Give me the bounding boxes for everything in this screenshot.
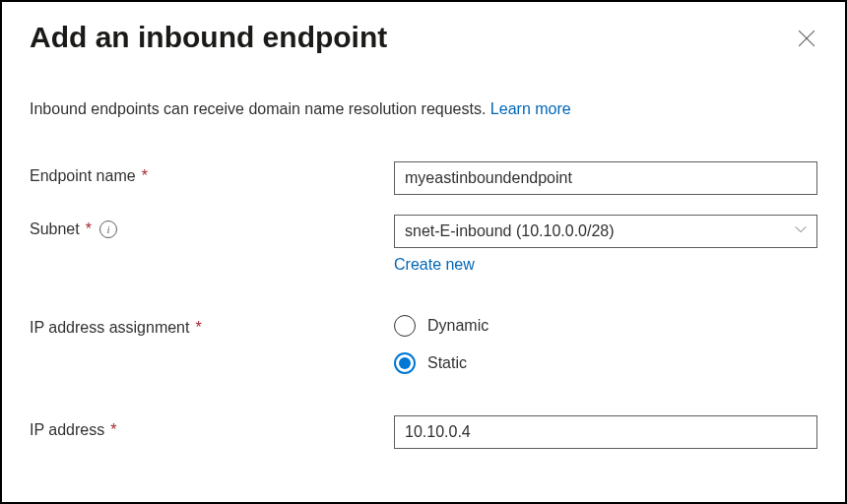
endpoint-name-label-text: Endpoint name — [30, 167, 136, 185]
subnet-selected-value: snet-E-inbound (10.10.0.0/28) — [405, 222, 615, 239]
ip-address-input[interactable] — [394, 415, 817, 449]
subnet-label: Subnet * i — [30, 215, 394, 238]
ip-address-control — [394, 415, 817, 449]
ip-assignment-label: IP address assignment * — [30, 313, 394, 337]
required-asterisk: * — [195, 319, 201, 337]
row-ip-address: IP address * — [30, 415, 817, 449]
endpoint-name-input[interactable] — [394, 161, 817, 195]
subnet-dropdown[interactable]: snet-E-inbound (10.10.0.0/28) — [394, 215, 817, 248]
panel-description: Inbound endpoints can receive domain nam… — [30, 100, 817, 118]
radio-dynamic-label: Dynamic — [427, 317, 489, 335]
radio-static[interactable]: Static — [394, 352, 817, 374]
required-asterisk: * — [86, 220, 92, 238]
learn-more-link[interactable]: Learn more — [490, 100, 571, 117]
panel-title: Add an inbound endpoint — [30, 20, 387, 55]
subnet-control: snet-E-inbound (10.10.0.0/28) Create new — [394, 215, 817, 274]
row-endpoint-name: Endpoint name * — [30, 161, 817, 195]
endpoint-name-control — [394, 161, 817, 195]
row-ip-assignment: IP address assignment * Dynamic Static — [30, 313, 817, 374]
close-button[interactable] — [792, 24, 821, 53]
ip-address-label: IP address * — [30, 415, 394, 439]
ip-assignment-control: Dynamic Static — [394, 313, 817, 374]
create-new-subnet-link[interactable]: Create new — [394, 256, 475, 274]
info-icon[interactable]: i — [99, 220, 117, 238]
add-inbound-endpoint-panel: Add an inbound endpoint Inbound endpoint… — [0, 0, 847, 504]
form: Endpoint name * Subnet * i snet-E-inboun… — [30, 161, 817, 449]
description-text: Inbound endpoints can receive domain nam… — [30, 100, 490, 117]
ip-assignment-radio-group: Dynamic Static — [394, 315, 817, 374]
ip-address-label-text: IP address — [30, 421, 104, 439]
radio-static-label: Static — [427, 354, 467, 372]
ip-assignment-label-text: IP address assignment — [30, 319, 189, 337]
subnet-dropdown-button[interactable]: snet-E-inbound (10.10.0.0/28) — [394, 215, 817, 248]
close-icon — [798, 35, 815, 50]
subnet-label-text: Subnet — [30, 220, 80, 238]
required-asterisk: * — [142, 167, 148, 185]
radio-dynamic[interactable]: Dynamic — [394, 315, 817, 337]
endpoint-name-label: Endpoint name * — [30, 161, 394, 185]
panel-header: Add an inbound endpoint — [30, 20, 817, 55]
radio-static-indicator — [394, 352, 416, 374]
radio-dynamic-indicator — [394, 315, 416, 337]
row-subnet: Subnet * i snet-E-inbound (10.10.0.0/28)… — [30, 215, 817, 274]
required-asterisk: * — [110, 421, 116, 439]
